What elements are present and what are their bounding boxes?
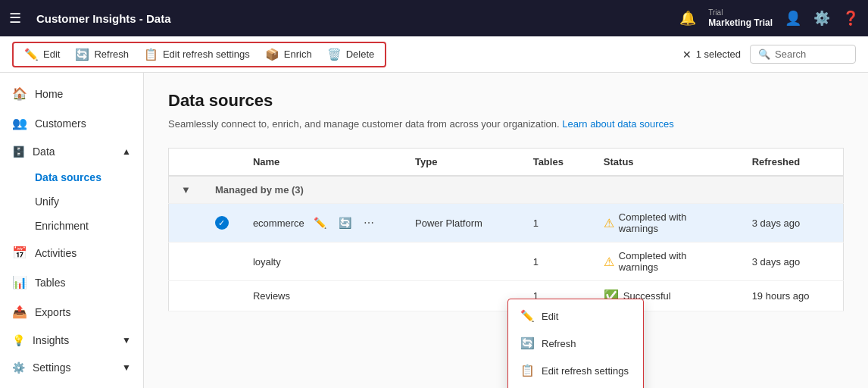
insights-icon: 💡: [12, 334, 25, 346]
sidebar-group-insights[interactable]: 💡 Insights ▼: [0, 327, 143, 354]
customers-icon: 👥: [12, 116, 27, 130]
sidebar: 🏠 Home 👥 Customers 🗄️ Data ▲ Data source…: [0, 73, 144, 388]
activities-icon: 📅: [12, 246, 27, 260]
row-check-cell[interactable]: [203, 281, 241, 311]
trial-badge: Trial Marketing Trial: [708, 8, 773, 30]
check-icon: ✓: [215, 216, 229, 230]
col-name-header[interactable]: Name: [241, 149, 403, 177]
sidebar-group-data[interactable]: 🗄️ Data ▲: [0, 138, 143, 165]
row-name-label: ecommerce: [253, 217, 304, 229]
enrich-icon: 📦: [265, 48, 279, 61]
row-name-cell: loyalty: [241, 242, 403, 281]
context-refresh-icon: 🔄: [520, 336, 534, 350]
row-tables-cell: 1: [521, 242, 592, 281]
chevron-down-icon-settings: ▼: [122, 362, 131, 373]
page-title: Data sources: [168, 91, 844, 111]
context-menu-refresh[interactable]: 🔄 Refresh: [508, 330, 643, 357]
row-expand-cell: [169, 242, 203, 281]
sidebar-data-submenu: Data sources Unify Enrichment: [0, 165, 143, 238]
delete-button[interactable]: 🗑️ Delete: [320, 43, 382, 66]
row-refreshed-cell: 3 days ago: [740, 204, 844, 242]
settings-side-icon: ⚙️: [12, 361, 25, 374]
context-menu-enrich[interactable]: 📦 Enrich: [508, 384, 643, 388]
delete-icon: 🗑️: [327, 48, 342, 61]
edit-refresh-settings-button[interactable]: 📋 Edit refresh settings: [136, 43, 258, 66]
toolbar: ✏️ Edit 🔄 Refresh 📋 Edit refresh setting…: [0, 36, 868, 73]
hamburger-icon[interactable]: ☰: [9, 10, 21, 27]
row-expand-cell: [169, 204, 203, 242]
table-row[interactable]: ✓ ecommerce ✏️ 🔄 ⋯ Power Platform 1: [169, 204, 844, 242]
app-title: Customer Insights - Data: [36, 12, 670, 25]
row-check-cell[interactable]: ✓: [203, 204, 241, 242]
sidebar-item-exports[interactable]: 📤 Exports: [0, 297, 143, 327]
enrich-button[interactable]: 📦 Enrich: [258, 43, 320, 66]
close-icon[interactable]: ✕: [682, 48, 692, 61]
col-status-header[interactable]: Status: [592, 149, 740, 177]
search-icon: 🔍: [758, 48, 770, 60]
context-menu: ✏️ Edit 🔄 Refresh 📋 Edit refresh setting…: [507, 299, 644, 388]
sidebar-item-customers[interactable]: 👥 Customers: [0, 108, 143, 138]
edit-refresh-icon: 📋: [144, 48, 158, 61]
row-name-cell: ecommerce ✏️ 🔄 ⋯: [241, 204, 403, 242]
section-label-cell: Managed by me (3): [203, 176, 844, 204]
row-refreshed-cell: 19 hours ago: [740, 281, 844, 311]
home-icon: 🏠: [12, 86, 27, 101]
exports-icon: 📤: [12, 305, 27, 319]
edit-icon: ✏️: [24, 48, 39, 61]
page-description: Seamlessly connect to, enrich, and manag…: [168, 118, 844, 130]
section-expand-cell[interactable]: ▼: [169, 176, 203, 204]
settings-icon[interactable]: ⚙️: [813, 10, 830, 27]
row-refresh-button[interactable]: 🔄: [336, 214, 354, 232]
context-menu-edit-refresh-settings[interactable]: 📋 Edit refresh settings: [508, 357, 643, 384]
sidebar-group-settings[interactable]: ⚙️ Settings ▼: [0, 354, 143, 381]
top-nav: ☰ Customer Insights - Data 🔔 Trial Marke…: [0, 0, 868, 36]
chevron-up-icon: ▲: [122, 146, 131, 157]
search-box[interactable]: 🔍 Search: [750, 45, 856, 64]
main-layout: 🏠 Home 👥 Customers 🗄️ Data ▲ Data source…: [0, 73, 868, 388]
row-name-cell: Reviews: [241, 281, 403, 311]
user-icon[interactable]: 👤: [785, 10, 801, 27]
context-edit-icon: ✏️: [520, 309, 534, 323]
data-icon: 🗄️: [12, 146, 25, 158]
col-type-header[interactable]: Type: [403, 149, 521, 177]
edit-button[interactable]: ✏️ Edit: [17, 43, 67, 66]
row-check-cell[interactable]: [203, 242, 241, 281]
col-tables-header[interactable]: Tables: [521, 149, 592, 177]
toolbar-right: ✕ 1 selected 🔍 Search: [682, 45, 856, 64]
row-type-cell: [403, 281, 521, 311]
row-status-cell: ⚠ Completed with warnings: [592, 242, 740, 281]
context-menu-edit[interactable]: ✏️ Edit: [508, 302, 643, 330]
col-refreshed-header[interactable]: Refreshed: [740, 149, 844, 177]
refresh-button[interactable]: 🔄 Refresh: [67, 43, 136, 66]
row-status-cell: ⚠ Completed with warnings: [592, 204, 740, 242]
data-sources-table: Name Type Tables Status Refreshed ▼ Mana…: [168, 148, 844, 311]
row-tables-cell: 1: [521, 204, 592, 242]
row-more-button[interactable]: ⋯: [361, 214, 377, 232]
col-expand-header: [169, 149, 203, 177]
warning-icon: ⚠: [604, 216, 614, 230]
sidebar-item-tables[interactable]: 📊 Tables: [0, 268, 143, 297]
sidebar-item-enrichment[interactable]: Enrichment: [35, 214, 143, 238]
row-edit-button[interactable]: ✏️: [311, 214, 329, 232]
table-row[interactable]: Reviews 1 ✅ Successful 19 hours ago: [169, 281, 844, 311]
table-row[interactable]: loyalty 1 ⚠ Completed with warnings 3 da…: [169, 242, 844, 281]
warning-icon: ⚠: [604, 255, 614, 269]
row-actions: ecommerce ✏️ 🔄 ⋯: [253, 214, 391, 232]
sidebar-item-unify[interactable]: Unify: [35, 189, 143, 214]
top-nav-icons: 🔔 Trial Marketing Trial 👤 ⚙️ ❓: [679, 8, 859, 30]
col-check-header: [203, 149, 241, 177]
sidebar-item-activities[interactable]: 📅 Activities: [0, 238, 143, 268]
row-refreshed-cell: 3 days ago: [740, 242, 844, 281]
row-type-cell: [403, 242, 521, 281]
status-warning: ⚠ Completed with warnings: [604, 250, 728, 273]
selected-indicator: ✕ 1 selected: [682, 48, 741, 61]
learn-link[interactable]: Learn about data sources: [562, 118, 673, 130]
content-area: Data sources Seamlessly connect to, enri…: [144, 73, 868, 388]
sidebar-item-home[interactable]: 🏠 Home: [0, 79, 143, 108]
toolbar-outlined-group: ✏️ Edit 🔄 Refresh 📋 Edit refresh setting…: [12, 42, 386, 67]
sidebar-item-data-sources[interactable]: Data sources: [35, 165, 143, 189]
context-edit-refresh-icon: 📋: [520, 364, 534, 377]
help-icon[interactable]: ❓: [842, 10, 859, 27]
refresh-icon: 🔄: [75, 48, 89, 61]
notification-icon[interactable]: 🔔: [679, 10, 696, 27]
